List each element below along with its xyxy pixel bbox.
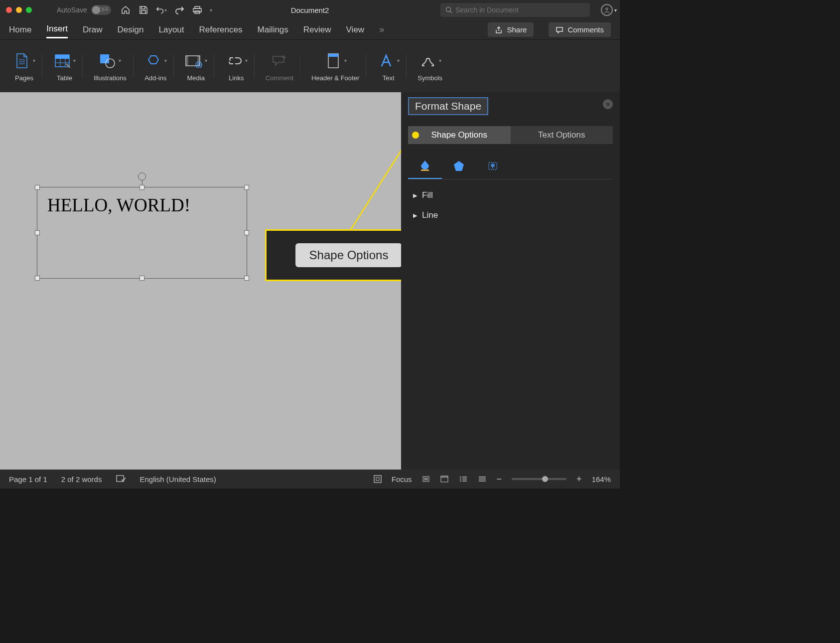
spellcheck-icon[interactable] bbox=[116, 475, 126, 483]
ribbon-group-addins[interactable]: ▾ Add-ins bbox=[138, 50, 174, 82]
tab-overflow-icon[interactable]: » bbox=[379, 24, 384, 35]
resize-handle-e[interactable] bbox=[244, 230, 249, 235]
section-fill[interactable]: ▶Fill bbox=[401, 185, 620, 205]
textbox-content[interactable]: HELLO, WORLD! bbox=[37, 187, 247, 223]
close-window-button[interactable] bbox=[6, 7, 12, 13]
zoom-in-button[interactable]: + bbox=[576, 474, 582, 484]
print-layout-icon[interactable] bbox=[440, 475, 449, 483]
ribbon-group-symbols[interactable]: ▾ Symbols bbox=[411, 50, 449, 82]
language-indicator[interactable]: English (United States) bbox=[140, 475, 216, 483]
ribbon-group-media[interactable]: ▾ Media bbox=[178, 50, 214, 82]
tab-layout[interactable]: Layout bbox=[158, 22, 184, 38]
symbols-icon bbox=[419, 52, 437, 70]
svg-rect-10 bbox=[55, 55, 69, 59]
ribbon-group-links[interactable]: ▾ Links bbox=[218, 50, 255, 82]
resize-handle-ne[interactable] bbox=[244, 185, 249, 190]
status-bar: Page 1 of 1 2 of 2 words English (United… bbox=[0, 470, 620, 488]
effects-icon[interactable] bbox=[442, 153, 476, 179]
save-icon[interactable] bbox=[138, 4, 149, 15]
resize-handle-n[interactable] bbox=[140, 185, 144, 190]
new-comment-icon bbox=[271, 52, 288, 70]
main-area: HELLO, WORLD! Shape Options Format Shape… bbox=[0, 92, 620, 470]
callout-label: Shape Options bbox=[295, 243, 403, 267]
print-icon[interactable] bbox=[192, 4, 203, 15]
tab-review[interactable]: Review bbox=[303, 22, 331, 38]
ribbon-group-comment[interactable]: Comment bbox=[259, 50, 300, 82]
ribbon-group-table[interactable]: ▾ Table bbox=[46, 50, 83, 82]
redo-icon[interactable] bbox=[174, 4, 185, 15]
ribbon: ▾ Pages ▾ Table ▾ Illustrations ▾ Add-in… bbox=[0, 40, 620, 92]
panel-tab-text-options[interactable]: Text Options bbox=[511, 126, 613, 144]
qa-more-icon[interactable]: ▾ bbox=[210, 7, 212, 13]
minimize-window-button[interactable] bbox=[16, 7, 22, 13]
svg-point-3 bbox=[446, 7, 451, 12]
svg-rect-23 bbox=[328, 54, 338, 57]
focus-label[interactable]: Focus bbox=[392, 475, 412, 483]
search-input[interactable] bbox=[455, 6, 585, 14]
focus-mode-icon[interactable] bbox=[374, 475, 382, 483]
selected-textbox[interactable]: HELLO, WORLD! bbox=[37, 187, 247, 279]
ribbon-group-text[interactable]: ▾ Text bbox=[370, 50, 407, 82]
word-count[interactable]: 2 of 2 words bbox=[61, 475, 102, 483]
resize-handle-s[interactable] bbox=[140, 276, 144, 281]
fill-line-icon[interactable] bbox=[408, 153, 442, 179]
zoom-slider[interactable] bbox=[512, 478, 566, 480]
tab-draw[interactable]: Draw bbox=[83, 22, 103, 38]
panel-tab-shape-options[interactable]: Shape Options bbox=[408, 126, 511, 144]
share-button[interactable]: Share bbox=[488, 22, 534, 37]
svg-rect-35 bbox=[441, 476, 448, 478]
zoom-slider-thumb[interactable] bbox=[542, 476, 548, 482]
close-panel-button[interactable]: ✕ bbox=[603, 99, 613, 109]
share-icon bbox=[495, 26, 503, 34]
media-icon bbox=[185, 52, 203, 70]
tab-insert[interactable]: Insert bbox=[46, 21, 68, 38]
ribbon-group-header-footer[interactable]: ▾ Header & Footer bbox=[304, 50, 366, 82]
search-icon bbox=[445, 6, 452, 13]
autosave-toggle[interactable]: AutoSave OFF bbox=[57, 5, 111, 15]
zoom-level[interactable]: 164% bbox=[592, 475, 611, 483]
ribbon-group-illustrations[interactable]: ▾ Illustrations bbox=[87, 50, 134, 82]
panel-tabs: Shape Options Text Options bbox=[408, 126, 613, 144]
maximize-window-button[interactable] bbox=[26, 7, 32, 13]
format-shape-panel: Format Shape ✕ Shape Options Text Option… bbox=[401, 92, 620, 470]
tab-mailings[interactable]: Mailings bbox=[257, 22, 288, 38]
read-mode-icon[interactable] bbox=[422, 475, 430, 483]
chevron-right-icon: ▶ bbox=[413, 192, 417, 199]
chevron-right-icon: ▶ bbox=[413, 212, 417, 219]
comment-icon bbox=[556, 26, 563, 34]
ribbon-tabs: Home Insert Draw Design Layout Reference… bbox=[0, 20, 620, 40]
tab-view[interactable]: View bbox=[346, 22, 365, 38]
web-layout-icon[interactable] bbox=[459, 475, 468, 483]
comments-button[interactable]: Comments bbox=[549, 22, 611, 37]
document-canvas[interactable]: HELLO, WORLD! Shape Options bbox=[0, 92, 401, 470]
section-line[interactable]: ▶Line bbox=[401, 205, 620, 225]
quick-access-toolbar: ▾ ▾ bbox=[120, 4, 212, 15]
links-icon bbox=[225, 52, 243, 70]
tab-references[interactable]: References bbox=[199, 22, 243, 38]
panel-title: Format Shape bbox=[408, 97, 488, 115]
toggle-switch[interactable]: OFF bbox=[91, 5, 111, 15]
rotate-handle[interactable] bbox=[138, 172, 146, 180]
ribbon-group-pages[interactable]: ▾ Pages bbox=[6, 50, 42, 82]
search-field[interactable] bbox=[440, 3, 590, 17]
panel-category-icons bbox=[408, 153, 613, 179]
zoom-out-button[interactable]: − bbox=[497, 474, 502, 484]
user-account-icon[interactable]: ▾ bbox=[601, 4, 613, 16]
table-icon bbox=[53, 52, 71, 70]
outline-view-icon[interactable] bbox=[478, 475, 487, 483]
undo-icon[interactable]: ▾ bbox=[156, 4, 167, 15]
tab-design[interactable]: Design bbox=[118, 22, 144, 38]
size-properties-icon[interactable] bbox=[476, 153, 510, 179]
home-icon[interactable] bbox=[120, 4, 131, 15]
resize-handle-nw[interactable] bbox=[35, 185, 40, 190]
document-title: Document2 bbox=[291, 6, 329, 14]
callout-marker bbox=[412, 132, 419, 139]
resize-handle-se[interactable] bbox=[244, 276, 249, 281]
page-indicator[interactable]: Page 1 of 1 bbox=[9, 475, 47, 483]
svg-rect-17 bbox=[186, 56, 188, 66]
resize-handle-w[interactable] bbox=[35, 230, 40, 235]
tab-home[interactable]: Home bbox=[9, 22, 31, 38]
resize-handle-sw[interactable] bbox=[35, 276, 40, 281]
text-icon bbox=[377, 52, 395, 70]
svg-rect-25 bbox=[421, 169, 429, 171]
